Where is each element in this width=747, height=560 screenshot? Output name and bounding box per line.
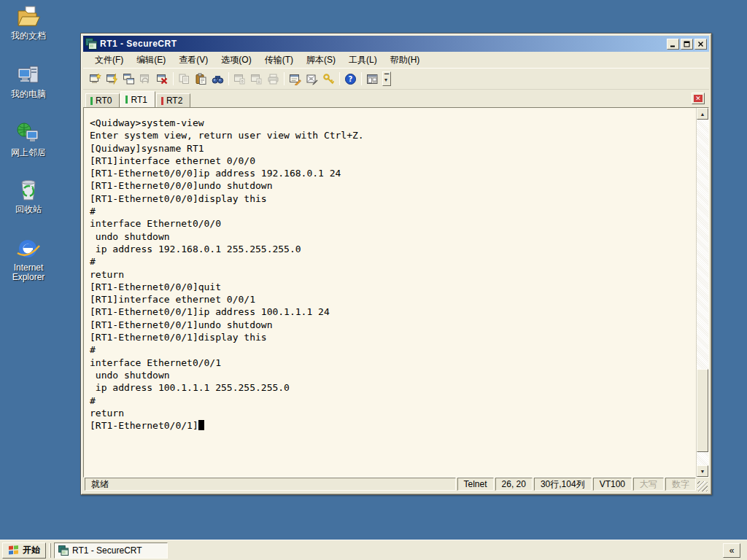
toolbar: ?▔▾	[83, 69, 709, 90]
quick-connect-icon[interactable]	[87, 71, 104, 88]
toolbar-separator	[228, 72, 229, 85]
taskbar-task-securecrt[interactable]: RT1 - SecureCRT	[54, 542, 168, 559]
tab-status-indicator	[161, 97, 163, 105]
recycle-bin-icon	[1, 178, 55, 203]
maximize-button[interactable]	[681, 39, 693, 50]
desktop: 我的文档我的电脑网上邻居回收站Internet Explorer RT1 - S…	[0, 0, 747, 560]
desktop-icon-label: 回收站	[1, 205, 55, 214]
session-options-icon[interactable]	[287, 71, 303, 88]
tab-status-indicator	[125, 96, 128, 104]
disconnect-icon[interactable]	[154, 71, 171, 88]
securecrt-task-icon	[58, 545, 69, 556]
find-icon[interactable]	[209, 71, 226, 88]
start-label: 开始	[23, 544, 40, 556]
securecrt-window: RT1 - SecureCRT 文件(F)编辑(E)查看(V)选项(O)传输(T…	[80, 33, 712, 495]
toolbar-separator	[173, 72, 174, 85]
tab-close-button[interactable]: ✕	[692, 93, 705, 104]
status-protocol: Telnet	[457, 478, 494, 491]
window-title: RT1 - SecureCRT	[100, 39, 667, 49]
task-label: RT1 - SecureCRT	[72, 545, 142, 556]
upload-icon[interactable]	[231, 71, 248, 88]
status-ready: 就绪	[85, 478, 456, 491]
close-button[interactable]	[694, 39, 707, 50]
toolbar-separator	[339, 72, 340, 85]
terminal-output[interactable]: <Quidway>system-view Enter system view, …	[84, 108, 696, 477]
terminal-scrollbar: ▲ ▼	[696, 108, 708, 477]
hidden-icons-chevron[interactable]: «	[723, 543, 740, 558]
status-emulation: VT100	[593, 478, 632, 491]
session-tab-rt1[interactable]: RT1	[120, 91, 155, 107]
scroll-down-button[interactable]: ▼	[697, 465, 708, 477]
tab-label: RT0	[96, 96, 112, 106]
status-num-lock: 数字	[665, 478, 696, 491]
tab-label: RT1	[131, 95, 147, 105]
key-agent-icon[interactable]	[320, 71, 337, 88]
session-tab-rt2[interactable]: RT2	[156, 93, 190, 107]
scroll-up-button[interactable]: ▲	[697, 108, 708, 120]
desktop-icon-label: Internet Explorer	[1, 263, 55, 282]
svg-text:?: ?	[349, 75, 353, 83]
status-terminal-size: 30行,104列	[534, 478, 592, 491]
scrollbar-track[interactable]	[697, 120, 708, 465]
keymap-editor-icon[interactable]	[303, 71, 320, 88]
toolbar-separator	[284, 72, 285, 85]
start-button[interactable]: 开始	[2, 542, 46, 559]
session-manager-icon[interactable]	[364, 71, 381, 88]
taskbar-divider	[49, 543, 51, 558]
reconnect-icon[interactable]	[137, 71, 154, 88]
toolbar-separator	[361, 72, 362, 85]
desktop-icon-internet-explorer[interactable]: Internet Explorer	[1, 236, 55, 282]
resize-grip[interactable]	[697, 481, 708, 491]
close-tab-icon: ✕	[694, 95, 703, 102]
tab-bar: RT0RT1RT2 ✕	[83, 90, 709, 107]
menu-bar: 文件(F)编辑(E)查看(V)选项(O)传输(T)脚本(S)工具(L)帮助(H)	[83, 52, 709, 69]
desktop-icon-label: 我的电脑	[1, 90, 55, 99]
status-bar: 就绪 Telnet 26, 20 30行,104列 VT100 大写 数字	[83, 476, 709, 492]
terminal-cursor	[198, 420, 204, 430]
session-tab-rt0[interactable]: RT0	[85, 93, 120, 107]
minimize-button[interactable]	[667, 39, 679, 50]
paste-icon[interactable]	[193, 71, 209, 88]
taskbar: 开始 RT1 - SecureCRT «	[0, 540, 747, 560]
desktop-icon-recycle-bin[interactable]: 回收站	[1, 178, 55, 214]
windows-logo-icon	[8, 545, 20, 556]
copy-icon[interactable]	[176, 71, 193, 88]
toolbar-overflow-chevron[interactable]: ▔▾	[382, 71, 391, 86]
menu-options[interactable]: 选项(O)	[214, 52, 258, 69]
connect-icon[interactable]	[104, 71, 120, 88]
my-documents-icon	[1, 4, 55, 29]
terminal-area: <Quidway>system-view Enter system view, …	[83, 107, 709, 478]
desktop-icon-my-computer[interactable]: 我的电脑	[1, 63, 55, 99]
desktop-icon-label: 网上邻居	[1, 148, 55, 158]
help-icon[interactable]: ?	[342, 71, 359, 88]
securecrt-app-icon	[85, 38, 97, 50]
network-places-icon	[1, 121, 55, 146]
menu-file[interactable]: 文件(F)	[88, 52, 130, 69]
status-caps-lock: 大写	[633, 478, 664, 491]
status-cursor-position: 26, 20	[495, 478, 533, 491]
internet-explorer-icon	[1, 236, 55, 261]
download-icon[interactable]	[248, 71, 265, 88]
menu-edit[interactable]: 编辑(E)	[130, 52, 172, 69]
window-titlebar[interactable]: RT1 - SecureCRT	[83, 36, 709, 52]
menu-help[interactable]: 帮助(H)	[384, 52, 427, 69]
menu-transfer[interactable]: 传输(T)	[258, 52, 300, 69]
tab-label: RT2	[166, 96, 182, 106]
menu-view[interactable]: 查看(V)	[172, 52, 214, 69]
desktop-icon-network-places[interactable]: 网上邻居	[1, 121, 55, 158]
menu-tools[interactable]: 工具(L)	[342, 52, 384, 69]
desktop-icon-my-documents[interactable]: 我的文档	[1, 4, 55, 41]
my-computer-icon	[1, 63, 55, 88]
scrollbar-thumb[interactable]	[697, 369, 708, 452]
menu-script[interactable]: 脚本(S)	[300, 52, 342, 69]
tab-status-indicator	[90, 97, 93, 105]
desktop-icon-label: 我的文档	[1, 31, 55, 41]
print-icon[interactable]	[265, 71, 282, 88]
connect-in-tab-icon[interactable]	[120, 71, 137, 88]
